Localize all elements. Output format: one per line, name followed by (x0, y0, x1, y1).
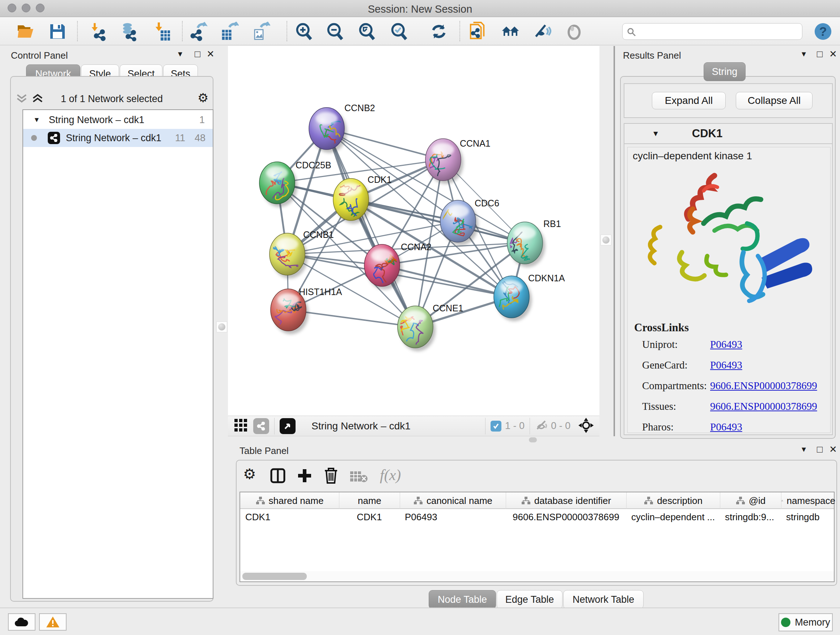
string-network-graph[interactable]: CCNB2CCNA1CDC25BCDK1CDC6RB1CCNB1CCNA2CDK… (228, 46, 600, 416)
toolbar-separator (286, 21, 287, 41)
crosslink-pharos-link[interactable]: P06493 (710, 421, 742, 433)
results-panel-close-icon[interactable]: ✕ (829, 49, 837, 60)
network-edge-CCNB2-CCNE1[interactable] (327, 128, 415, 327)
left-splitter-handle[interactable] (216, 321, 227, 333)
delete-column-icon[interactable] (324, 467, 339, 485)
string-results-box: Expand All Collapse All ▼ CDK1 cyclin–de… (620, 76, 836, 439)
hide-glasses-icon[interactable] (533, 22, 551, 41)
show-grid-icon[interactable] (234, 418, 248, 434)
export-table-icon[interactable] (221, 22, 239, 41)
crosslink-genecard-link[interactable]: P06493 (710, 359, 742, 371)
warning-status-button[interactable] (39, 613, 66, 631)
node-label-CCNB1: CCNB1 (303, 230, 334, 240)
show-columns-icon[interactable] (270, 468, 286, 484)
selected-counts: 1 - 0 (505, 420, 524, 432)
search-input[interactable] (637, 26, 793, 38)
table-row[interactable]: CDK1 CDK1 P06493 9606.ENSP00000378699 cy… (240, 509, 834, 525)
horizontal-scrollbar[interactable] (240, 571, 834, 581)
zoom-fit-icon[interactable] (358, 22, 376, 41)
save-session-icon[interactable] (49, 22, 66, 41)
zoom-in-icon[interactable] (295, 22, 313, 41)
network-row[interactable]: String Network – cdk1 11 48 (23, 129, 213, 147)
crosslink-label: Tissues: (642, 401, 676, 412)
tab-string[interactable]: String (704, 62, 745, 81)
control-panel-title: Control Panel (11, 50, 68, 61)
network-tab-panel: 1 of 1 Network selected ⚙ ▼ String Netwo… (10, 76, 213, 602)
column-header[interactable]: namespace (781, 492, 835, 509)
tab-edge-table[interactable]: Edge Table (497, 590, 562, 609)
network-node-CCNA2[interactable] (364, 244, 402, 291)
results-panel-float-icon[interactable]: □ (817, 49, 823, 60)
svg-text:?: ? (819, 25, 827, 38)
open-session-icon[interactable] (17, 22, 35, 41)
cloud-status-button[interactable] (8, 613, 35, 631)
selected-checkbox-icon[interactable] (491, 421, 501, 432)
crosslink-tissues-link[interactable]: 9606.ENSP00000378699 (710, 401, 817, 412)
control-panel-float-icon[interactable]: □ (195, 49, 201, 60)
network-node-RB1[interactable] (506, 222, 545, 267)
add-column-icon[interactable] (297, 468, 313, 484)
column-header[interactable]: canonical name (400, 492, 506, 509)
network-options-gear-icon[interactable]: ⚙ (197, 90, 208, 105)
zoom-out-icon[interactable] (326, 22, 344, 41)
network-node-CCNE1[interactable] (398, 306, 436, 355)
string-home-icon[interactable] (501, 22, 519, 41)
crosslink-label: Uniprot: (642, 339, 677, 350)
search-field[interactable] (622, 23, 802, 40)
help-icon[interactable]: ? (814, 22, 832, 41)
hidden-eye-icon (535, 420, 548, 432)
crosslink-label: Compartments: (642, 380, 707, 392)
table-panel-float-icon[interactable]: □ (817, 444, 823, 455)
protein-expander-icon[interactable]: ▼ (652, 129, 660, 138)
network-collection-row[interactable]: ▼ String Network – cdk1 1 (23, 111, 213, 129)
node-label-CDK1: CDK1 (368, 174, 392, 185)
collapse-all-button[interactable]: Collapse All (736, 92, 813, 109)
network-canvas[interactable]: CCNB2CCNA1CDC25BCDK1CDC6RB1CCNB1CCNA2CDK… (228, 46, 600, 416)
refresh-icon[interactable] (430, 22, 448, 41)
birdseye-view-icon[interactable] (279, 418, 295, 434)
export-image-icon[interactable] (252, 22, 270, 41)
import-network-file-icon[interactable] (89, 22, 107, 41)
table-panel-close-icon[interactable]: ✕ (829, 444, 837, 455)
table-panel-menu-icon[interactable]: ▼ (800, 445, 807, 454)
import-network-database-icon[interactable] (119, 22, 137, 41)
tab-network-table[interactable]: Network Table (563, 590, 644, 609)
crosslink-uniprot-link[interactable]: P06493 (710, 339, 742, 350)
table-panel-title: Table Panel (240, 445, 289, 456)
network-node-count: 11 (175, 133, 185, 144)
control-panel-menu-icon[interactable]: ▼ (177, 50, 184, 58)
tree-expander-icon[interactable]: ▼ (33, 116, 40, 124)
results-panel-menu-icon[interactable]: ▼ (800, 50, 807, 58)
column-header[interactable]: name (339, 492, 400, 509)
fit-content-crosshair-icon[interactable] (578, 418, 594, 434)
control-panel-close-icon[interactable]: ✕ (207, 49, 215, 60)
network-share-icon[interactable] (253, 418, 269, 434)
right-splitter-handle[interactable] (600, 234, 611, 245)
zoom-selected-icon[interactable] (390, 22, 408, 41)
column-header[interactable]: database identifier (506, 492, 626, 509)
share-document-icon[interactable] (469, 22, 487, 41)
network-name: String Network – cdk1 (66, 133, 161, 144)
crosslink-compartments-link[interactable]: 9606.ENSP00000378699 (710, 380, 817, 392)
memory-button[interactable]: Memory (778, 613, 833, 631)
network-node-CDKN1A[interactable] (494, 276, 532, 321)
expand-all-button[interactable]: Expand All (652, 92, 726, 109)
network-node-CDK1[interactable] (327, 179, 371, 224)
export-network-icon[interactable] (190, 22, 208, 41)
network-node-CDC25B[interactable] (259, 162, 297, 207)
window-title: Session: New Session (0, 3, 840, 15)
collection-count: 1 (199, 114, 205, 126)
network-node-CCNA1[interactable] (425, 139, 463, 184)
protein-card-header[interactable]: ▼ CDK1 (624, 124, 832, 144)
network-node-CDC6[interactable] (437, 200, 478, 245)
column-header[interactable]: shared name (240, 492, 339, 509)
network-type-icon (48, 132, 60, 144)
column-header[interactable]: @id (720, 492, 781, 509)
table-options-gear-icon[interactable]: ⚙ (243, 466, 256, 482)
expand-collapse-bar: Expand All Collapse All (624, 83, 833, 118)
import-table-icon[interactable] (153, 22, 171, 41)
protein-name: CDK1 (692, 127, 722, 140)
column-header[interactable]: description (626, 492, 720, 509)
node-label-CCNE1: CCNE1 (433, 303, 463, 313)
tab-node-table[interactable]: Node Table (429, 590, 496, 609)
